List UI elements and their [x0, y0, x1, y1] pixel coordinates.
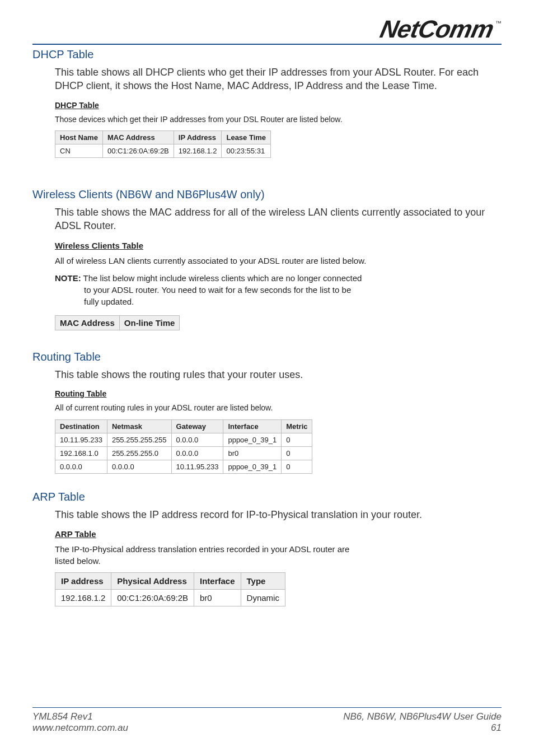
text: ,: [289, 80, 294, 91]
cell-ip-address: 192.168.1.2: [174, 144, 222, 158]
col-host-name: Host Name: [55, 131, 103, 144]
col-type: Type: [241, 572, 285, 589]
model-names: NB6, NB6W, NB6Plus4W: [343, 711, 453, 722]
dhcp-table: Host Name MAC Address IP Address Lease T…: [55, 130, 271, 158]
heading-dhcp-table: DHCP Table: [32, 48, 502, 61]
heading-routing-table: Routing Table: [32, 351, 502, 363]
text-host-name: Host Name: [171, 80, 222, 91]
arp-screenshot: ARP Table The IP-to-Physical address tra…: [55, 529, 502, 606]
cell: 0.0.0.0: [171, 433, 223, 446]
col-interface: Interface: [194, 572, 241, 589]
routing-ss-desc: All of current routing rules in your ADS…: [55, 403, 368, 414]
cell: 255.255.255.0: [107, 446, 171, 460]
heading-arp-table: ARP Table: [32, 491, 502, 503]
cell: 0: [282, 433, 312, 446]
col-gateway: Gateway: [171, 419, 223, 433]
cell: pppoe_0_39_1: [223, 433, 282, 446]
col-interface: Interface: [223, 419, 282, 433]
user-guide-label: User Guide: [453, 711, 502, 722]
dhcp-ss-desc: Those devices which get their IP address…: [55, 114, 368, 125]
doc-revision: YML854 Rev1: [32, 711, 128, 722]
doc-title: NB6, NB6W, NB6Plus4W User Guide: [343, 711, 502, 722]
website-url: www.netcomm.com.au: [32, 722, 128, 734]
table-header-row: IP address Physical Address Interface Ty…: [55, 572, 285, 589]
text-lease-time: Lease Time: [382, 80, 434, 91]
col-mac-address: MAC Address: [55, 315, 120, 330]
note-label: NOTE:: [55, 273, 81, 283]
note-text: The list below might include wireless cl…: [81, 273, 362, 306]
col-lease-time: Lease Time: [222, 131, 271, 144]
routing-ss-title: Routing Table: [55, 389, 502, 398]
routing-screenshot: Routing Table All of current routing rul…: [55, 389, 502, 474]
cell: Dynamic: [241, 589, 285, 606]
table-header-row: Host Name MAC Address IP Address Lease T…: [55, 131, 271, 144]
brand-logo-text: NetComm: [378, 17, 496, 41]
table-row: 0.0.0.0 0.0.0.0 10.11.95.233 pppoe_0_39_…: [55, 460, 312, 473]
col-physical-address: Physical Address: [111, 572, 194, 589]
cell: 0.0.0.0: [107, 460, 171, 473]
text: ,: [222, 80, 227, 91]
arp-table: IP address Physical Address Interface Ty…: [55, 572, 285, 606]
cell: 255.255.255.255: [107, 433, 171, 446]
arp-ss-desc: The IP-to-Physical address translation e…: [55, 543, 368, 567]
cell-host-name: CN: [55, 144, 103, 158]
col-online-time: On-line Time: [119, 315, 180, 330]
cell: 192.168.1.2: [55, 589, 111, 606]
table-row: 192.168.1.0 255.255.255.0 0.0.0.0 br0 0: [55, 446, 312, 460]
wireless-ss-title: Wireless Clients Table: [55, 241, 502, 250]
page-footer: YML854 Rev1 www.netcomm.com.au NB6, NB6W…: [32, 707, 502, 734]
footer-left: YML854 Rev1 www.netcomm.com.au: [32, 711, 128, 734]
cell: 10.11.95.233: [171, 460, 223, 473]
dhcp-description: This table shows all DHCP clients who ge…: [55, 66, 502, 93]
cell-mac-address: 00:C1:26:0A:69:2B: [102, 144, 174, 158]
trademark-symbol: ™: [495, 17, 502, 26]
col-destination: Destination: [55, 419, 107, 433]
table-header-row: Destination Netmask Gateway Interface Me…: [55, 419, 312, 433]
cell: 0.0.0.0: [55, 460, 107, 473]
page-number: 61: [343, 722, 502, 734]
table-row: 192.168.1.2 00:C1:26:0A:69:2B br0 Dynami…: [55, 589, 285, 606]
dhcp-screenshot: DHCP Table Those devices which get their…: [55, 101, 502, 158]
cell: br0: [194, 589, 241, 606]
cell: 00:C1:26:0A:69:2B: [111, 589, 194, 606]
cell: 10.11.95.233: [55, 433, 107, 446]
arp-description: This table shows the IP address record f…: [55, 508, 502, 521]
table-row: CN 00:C1:26:0A:69:2B 192.168.1.2 00:23:5…: [55, 144, 271, 158]
cell: 0: [282, 446, 312, 460]
col-ip-address: IP address: [55, 572, 111, 589]
dhcp-ss-title: DHCP Table: [55, 101, 502, 110]
wireless-ss-note: NOTE: The list below might include wirel…: [55, 272, 368, 307]
routing-description: This table shows the routing rules that …: [55, 368, 502, 381]
text-ip-address: IP Address: [294, 80, 343, 91]
text: .: [434, 80, 437, 91]
cell: 0: [282, 460, 312, 473]
table-header-row: MAC Address On-line Time: [55, 315, 180, 330]
cell: br0: [223, 446, 282, 460]
brand-logo: NetComm ™: [381, 17, 502, 41]
table-row: 10.11.95.233 255.255.255.255 0.0.0.0 ppp…: [55, 433, 312, 446]
text: and the: [343, 80, 382, 91]
cell-lease-time: 00:23:55:31: [222, 144, 271, 158]
col-mac-address: MAC Address: [102, 131, 174, 144]
col-ip-address: IP Address: [174, 131, 222, 144]
text-mac-address: MAC Address: [227, 80, 289, 91]
cell: pppoe_0_39_1: [223, 460, 282, 473]
cell: 0.0.0.0: [171, 446, 223, 460]
col-metric: Metric: [282, 419, 312, 433]
wireless-table: MAC Address On-line Time: [55, 315, 180, 330]
routing-table: Destination Netmask Gateway Interface Me…: [55, 419, 312, 474]
wireless-description: This table shows the MAC address for all…: [55, 206, 502, 233]
footer-right: NB6, NB6W, NB6Plus4W User Guide 61: [343, 711, 502, 734]
cell: 192.168.1.0: [55, 446, 107, 460]
wireless-ss-desc: All of wireless LAN clients currently as…: [55, 255, 368, 267]
col-netmask: Netmask: [107, 419, 171, 433]
heading-wireless-clients: Wireless Clients (NB6W and NB6Plus4W onl…: [32, 188, 502, 201]
arp-ss-title: ARP Table: [55, 529, 502, 539]
page-header: NetComm ™: [32, 17, 502, 45]
wireless-screenshot: Wireless Clients Table All of wireless L…: [55, 241, 502, 330]
